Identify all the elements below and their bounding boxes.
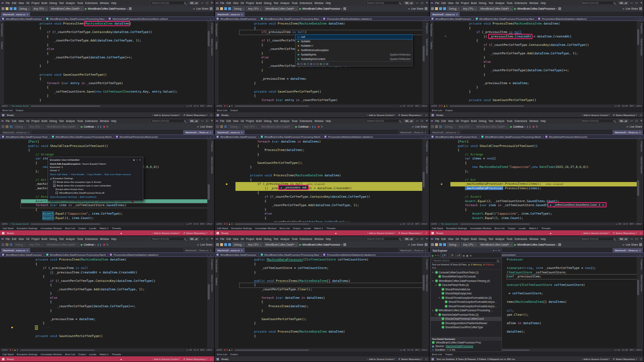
tool-window-tab[interactable]: Exception Settings: [446, 227, 467, 230]
tool-window-tab[interactable]: Output: [78, 227, 86, 230]
save-all-icon[interactable]: [228, 7, 231, 10]
menu-item[interactable]: Test: [487, 120, 494, 122]
test-tree-item[interactable]: ▾✓CsvLineParserTests (4): [431, 283, 502, 288]
code-line[interactable]: {: [21, 300, 207, 304]
code-line[interactable]: [507, 288, 637, 292]
platform-dropdown[interactable]: Any CPU: [461, 242, 477, 247]
completion-item[interactable]: ❖Nullable<>: [295, 43, 412, 48]
line-ending-indicator[interactable]: CRLF: [206, 349, 213, 351]
close-icon[interactable]: [211, 119, 213, 122]
menu-item[interactable]: Build: [41, 2, 48, 4]
add-source-control-button[interactable]: Add to Source Control: [152, 232, 180, 234]
toolbar-extra-icon[interactable]: [129, 7, 132, 10]
code-line[interactable]: }: [454, 85, 637, 90]
menu-item[interactable]: Analyze: [494, 2, 506, 4]
line-ending-indicator[interactable]: CRLF: [421, 105, 427, 107]
sidebar-tab-solution-explorer[interactable]: Solution Explorer: [426, 275, 428, 292]
menu-item[interactable]: Extensions: [514, 2, 528, 4]
sidebar-tab-toolbox[interactable]: Toolbox: [1, 41, 3, 49]
checkbox-module[interactable]: WiredBrainCoffee.DataProcessorTests.dll: [56, 191, 141, 194]
tool-window-tab[interactable]: Error List: [65, 227, 75, 230]
line-ending-indicator[interactable]: CRLF: [421, 223, 427, 225]
menu-item[interactable]: Extensions: [514, 120, 528, 122]
solution-config-dropdown[interactable]: Debug: [14, 124, 27, 129]
notifications-bell-icon[interactable]: □: [211, 114, 212, 116]
tool-window-tab[interactable]: Call Stack: [432, 227, 443, 230]
test-search-input[interactable]: Search (Ctrl+I): [432, 259, 500, 263]
line-ending-indicator[interactable]: CRLF: [206, 223, 213, 225]
tool-window-tab[interactable]: Error List: [65, 353, 75, 356]
tab-close-icon[interactable]: [241, 13, 243, 16]
maximize-icon[interactable]: [421, 119, 423, 122]
menu-item[interactable]: Git: [239, 2, 245, 4]
code-line[interactable]: {: [235, 178, 422, 182]
tool-window-tab[interactable]: Output: [293, 227, 301, 230]
startup-project-dropdown[interactable]: WiredBrainCoffee.DataPr: [479, 6, 513, 11]
code-line[interactable]: {: [235, 191, 422, 195]
code-line[interactable]: private void ProcessItem(MachineDataItem…: [235, 174, 422, 178]
test-tree-item[interactable]: ✓ShouldClearPreviousCoffeeCount: [431, 317, 502, 321]
code-line[interactable]: {: [450, 161, 637, 165]
code-line[interactable]: }: [25, 60, 207, 64]
menu-item[interactable]: Project: [460, 238, 470, 240]
code-line[interactable]: public void ProcessItems(MachineDataItem…: [239, 279, 422, 283]
exception-link[interactable]: View Details: [71, 173, 87, 176]
toolbar-extra-icon[interactable]: [343, 7, 346, 10]
document-tab[interactable]: MachineD...essor.cs: [1, 248, 30, 252]
platform-dropdown[interactable]: Any CPU: [28, 242, 44, 247]
tool-window-tab[interactable]: Output: [78, 353, 86, 356]
breadcrumb-member[interactable]: ProcessItem(MachineDataItem dataItem): [328, 135, 373, 138]
space-mode-indicator[interactable]: SPC: [415, 223, 420, 225]
horizontal-scrollbar[interactable]: [234, 223, 398, 225]
solution-config-dropdown[interactable]: Debug: [447, 242, 460, 247]
code-line[interactable]: foreach (var dataItem in dataItems): [235, 140, 422, 144]
code-line[interactable]: {: [450, 208, 637, 212]
maximize-icon[interactable]: [421, 237, 423, 240]
continue-button[interactable]: Continue: [81, 243, 96, 246]
test-tree-item[interactable]: ✓ShouldSaveCountPerCoffeeType: [431, 325, 502, 330]
error-count[interactable]: 1: [224, 105, 228, 107]
minimize-icon[interactable]: [416, 237, 418, 240]
startup-project-dropdown[interactable]: WiredBrainCoffee.DataPr: [264, 6, 298, 11]
code-line[interactable]: }: [454, 90, 637, 94]
code-line[interactable]: {: [450, 148, 637, 153]
expand-icon[interactable]: [602, 203, 604, 206]
menu-item[interactable]: Test: [58, 120, 65, 122]
close-icon[interactable]: [640, 1, 642, 4]
tool-window-tab[interactable]: Locals: [89, 353, 96, 356]
menu-item[interactable]: Project: [30, 120, 40, 122]
nav-back-icon[interactable]: [431, 125, 434, 128]
warning-count[interactable]: 1: [228, 223, 233, 225]
menu-item[interactable]: Git: [454, 2, 460, 4]
test-tree-item[interactable]: ▾✓WiredBrainCoffee.DataProcessor.Process…: [431, 308, 502, 313]
warning-count[interactable]: 1: [443, 105, 448, 107]
checkbox-icon[interactable]: ✓: [53, 184, 56, 187]
code-line[interactable]: }: [235, 153, 422, 157]
scrollbar-thumb[interactable]: [31, 223, 100, 225]
code-line[interactable]: ● } · ···: [21, 326, 207, 330]
solution-config-dropdown[interactable]: Debug: [232, 242, 245, 247]
menu-item[interactable]: Project: [460, 2, 470, 4]
sidebar-tab-solution-explorer[interactable]: Solution Explorer: [640, 39, 643, 56]
breadcrumb-class[interactable]: WiredBrainCoffee.DataProcessor.Processin…: [50, 17, 105, 20]
code-line[interactable]: Assert.Equal(1, item.Count);: [450, 216, 637, 221]
document-tab[interactable]: MachineD...cessor.cs: [1, 130, 31, 134]
start-debug-button[interactable]: WiredBrainCoffee.DataProcessor: [299, 243, 342, 246]
scrollbar-thumb[interactable]: [450, 105, 524, 107]
code-line[interactable]: [454, 94, 637, 98]
live-share-button[interactable]: Live Share: [622, 243, 638, 246]
startup-project-dropdown[interactable]: WiredBrainCoffee.DataPr: [264, 242, 298, 247]
code-line[interactable]: private void ProcessItem(MachineDataItem…: [21, 258, 207, 262]
tool-window-tab[interactable]: Error List: [432, 353, 442, 356]
tab-close-icon[interactable]: [210, 131, 211, 134]
minimize-icon[interactable]: [630, 119, 633, 122]
tool-window-tab[interactable]: Exception Settings: [17, 353, 37, 356]
platform-dropdown[interactable]: Any CPU: [461, 6, 477, 11]
tool-window-tab[interactable]: Output: [445, 109, 453, 112]
code-line[interactable]: }: [239, 309, 422, 313]
error-count[interactable]: 0: [224, 223, 228, 225]
code-line[interactable]: {: [239, 300, 422, 304]
sidebar-tab-test-explorer[interactable]: Test Explorer: [1, 23, 3, 37]
maximize-icon[interactable]: [421, 1, 423, 4]
code-line[interactable]: if (_previousItem is null: [454, 30, 637, 35]
